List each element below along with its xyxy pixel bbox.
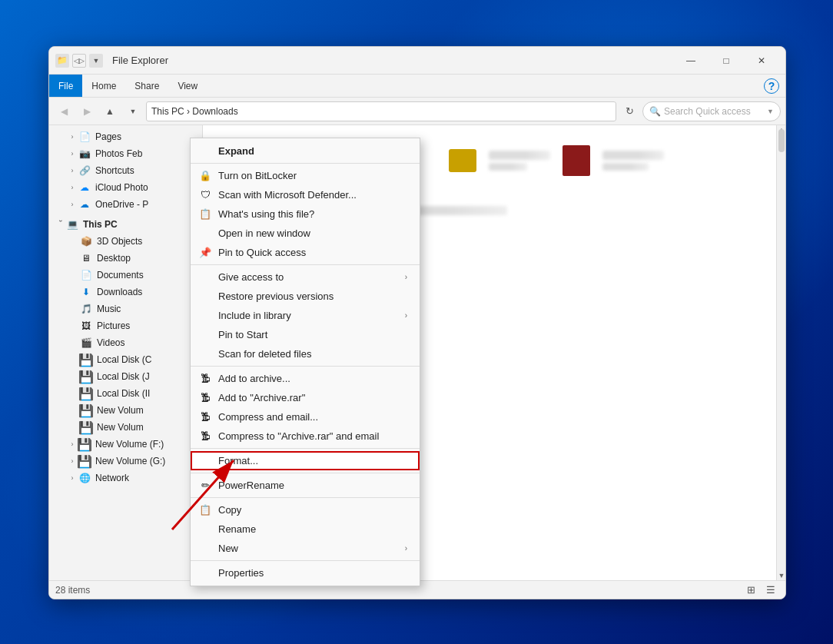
scrollbar-right[interactable]: ▲ ▼	[776, 125, 785, 580]
address-box[interactable]: This PC › Downloads	[146, 101, 616, 121]
cm-powerrename[interactable]: ✏ PowerRename	[191, 476, 420, 495]
cm-give-access-arrow: ›	[405, 273, 407, 281]
folder-blurred-1[interactable]	[443, 141, 550, 181]
sidebar-item-newvolume1[interactable]: 💾 New Volum	[49, 402, 202, 419]
thispc-icon: 💻	[66, 218, 78, 231]
desktop-icon: 🖥	[80, 252, 92, 264]
newvolume-f-icon: 💾	[78, 438, 91, 450]
help-button[interactable]: ?	[764, 78, 779, 94]
3dobjects-icon: 📦	[80, 235, 92, 247]
list-view-button[interactable]: ⊞	[742, 582, 759, 599]
cm-bitlocker[interactable]: 🔒 Turn on BitLocker	[191, 166, 420, 185]
cm-restore-prev[interactable]: Restore previous versions	[191, 287, 420, 306]
sidebar-item-pictures[interactable]: 🖼 Pictures	[49, 317, 202, 334]
sidebar-item-thispc[interactable]: › 💻 This PC	[49, 216, 202, 233]
sidebar-item-network[interactable]: › 🌐 Network	[49, 470, 202, 486]
tab-view[interactable]: View	[168, 75, 207, 97]
cm-open-new-window-label: Open in new window	[218, 227, 310, 239]
cm-copy[interactable]: 📋 Copy	[191, 500, 420, 520]
sidebar-label-newvolume2: New Volum	[97, 422, 144, 433]
cm-add-archive-label: Add to archive...	[218, 373, 290, 384]
cm-rename[interactable]: Rename	[191, 520, 420, 539]
sidebar-item-documents[interactable]: 📄 Documents	[49, 267, 202, 284]
videos-icon: 🎬	[80, 337, 92, 349]
sidebar-label-network: Network	[95, 473, 129, 483]
minimize-button[interactable]: —	[673, 47, 709, 75]
downloads-icon: ⬇	[80, 286, 92, 298]
sidebar-item-3dobjects[interactable]: 📦 3D Objects	[49, 233, 202, 250]
cm-expand-label: Expand	[218, 145, 254, 157]
sidebar-item-localdiskj[interactable]: 💾 Local Disk (J	[49, 368, 202, 385]
sidebar-item-icloud[interactable]: › ☁ iCloud Photo	[49, 179, 202, 196]
cm-give-access[interactable]: Give access to ›	[191, 267, 420, 287]
sidebar-label-videos: Videos	[97, 337, 124, 348]
sidebar-item-newvolume-f[interactable]: › 💾 New Volume (F:)	[49, 436, 202, 453]
cm-compress-rar-email[interactable]: 🗜 Compress to "Archive.rar" and email	[191, 427, 420, 446]
cm-scan-deleted-label: Scan for deleted files	[218, 348, 311, 360]
cm-defender-label: Scan with Microsoft Defender...	[218, 189, 357, 201]
cm-properties[interactable]: Properties	[191, 563, 420, 583]
cm-pin-start[interactable]: Pin to Start	[191, 325, 420, 344]
up-button[interactable]: ▲	[100, 101, 120, 121]
cm-add-archive-rar[interactable]: 🗜 Add to "Archive.rar"	[191, 388, 420, 407]
folder-blurred-2[interactable]	[556, 141, 664, 181]
cm-sep-6	[191, 497, 420, 498]
sidebar-item-shortcuts[interactable]: › 🔗 Shortcuts	[49, 162, 202, 179]
close-button[interactable]: ✕	[744, 47, 779, 75]
cm-compress-email[interactable]: 🗜 Compress and email...	[191, 407, 420, 427]
sidebar-item-newvolume-g[interactable]: › 💾 New Volume (G:)	[49, 453, 202, 470]
cm-defender[interactable]: 🛡 Scan with Microsoft Defender...	[191, 185, 420, 204]
photos-icon: 📷	[78, 148, 91, 160]
scrollbar-thumb[interactable]	[778, 129, 785, 152]
cm-bitlocker-label: Turn on BitLocker	[218, 170, 297, 181]
cm-new[interactable]: New ›	[191, 539, 420, 558]
cm-sep-7	[191, 560, 420, 561]
cm-add-archive-rar-label: Add to "Archive.rar"	[218, 392, 305, 403]
refresh-button[interactable]: ↻	[619, 101, 639, 121]
cm-add-archive[interactable]: 🗜 Add to archive...	[191, 369, 420, 388]
cm-scan-deleted[interactable]: Scan for deleted files	[191, 344, 420, 363]
sidebar-label-3dobjects: 3D Objects	[97, 236, 142, 247]
cm-include-library[interactable]: Include in library ›	[191, 306, 420, 325]
sidebar-item-desktop[interactable]: 🖥 Desktop	[49, 250, 202, 267]
cm-include-library-arrow: ›	[405, 311, 407, 320]
chevron-icon-nf: ›	[68, 440, 77, 449]
tab-share[interactable]: Share	[125, 75, 168, 97]
sidebar-item-onedrive[interactable]: › ☁ OneDrive - P	[49, 196, 202, 213]
titlebar-icons: 📁 ◁▷ ▼	[55, 54, 103, 68]
sidebar-item-localdisk-ii[interactable]: 💾 Local Disk (II	[49, 385, 202, 402]
sidebar-item-downloads[interactable]: ⬇ Downloads	[49, 284, 202, 300]
expand-ribbon-icon[interactable]: ▼	[89, 54, 103, 68]
scroll-down-arrow[interactable]: ▼	[777, 571, 785, 580]
cm-format[interactable]: Format...	[191, 451, 420, 470]
search-dropdown-icon: ▼	[767, 108, 774, 115]
sidebar-item-music[interactable]: 🎵 Music	[49, 300, 202, 317]
cm-pin-quick[interactable]: 📌 Pin to Quick access	[191, 243, 420, 262]
sidebar-item-newvolume2[interactable]: 💾 New Volum	[49, 419, 202, 436]
cm-open-new-window[interactable]: Open in new window	[191, 224, 420, 243]
titlebar: 📁 ◁▷ ▼ File Explorer — □ ✕	[49, 47, 785, 75]
network-icon: 🌐	[78, 472, 91, 484]
sidebar-label-localdiskc: Local Disk (C	[97, 354, 151, 365]
chevron-icon-thispc: ›	[55, 220, 65, 229]
search-placeholder: Search Quick access	[664, 106, 751, 117]
details-view-button[interactable]: ☰	[762, 582, 779, 599]
cm-whats-using[interactable]: 📋 What's using this file?	[191, 204, 420, 224]
whats-using-icon: 📋	[198, 207, 212, 221]
newvolume1-icon: 💾	[80, 404, 92, 417]
sidebar-item-photos[interactable]: › 📷 Photos Feb	[49, 145, 202, 162]
documents-icon: 📄	[80, 269, 92, 281]
maximize-button[interactable]: □	[709, 47, 744, 75]
cm-sep-5	[191, 473, 420, 473]
cm-expand[interactable]: Expand	[191, 141, 420, 161]
recent-button[interactable]: ▼	[123, 101, 143, 121]
sidebar-label-pictures: Pictures	[97, 320, 130, 331]
search-box[interactable]: 🔍 Search Quick access ▼	[642, 101, 781, 121]
tab-home[interactable]: Home	[82, 75, 125, 97]
tab-file[interactable]: File	[49, 75, 82, 97]
sidebar-item-localdiskc[interactable]: 💾 Local Disk (C	[49, 351, 202, 368]
sidebar-item-videos[interactable]: 🎬 Videos	[49, 334, 202, 351]
sidebar-item-pages[interactable]: › 📄 Pages	[49, 128, 202, 145]
cm-new-label: New	[218, 543, 238, 554]
sidebar-label-localdisk-ii: Local Disk (II	[97, 388, 150, 399]
